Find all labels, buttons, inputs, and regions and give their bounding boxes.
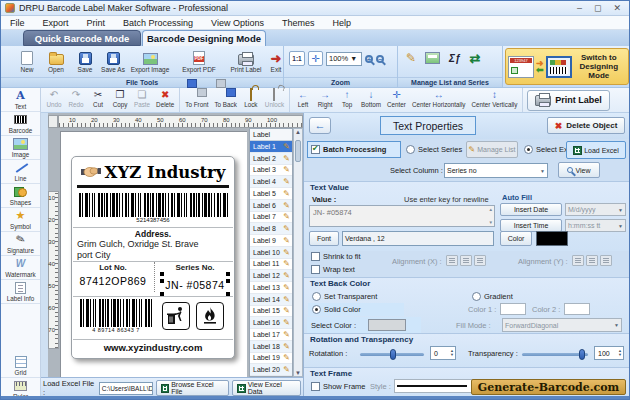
top-button[interactable]: ↑Top [336, 88, 358, 112]
rotation-slider-thumb[interactable] [390, 349, 396, 360]
edit-label-icon[interactable]: ✎ [283, 165, 290, 174]
print-label-button[interactable]: Print Label [527, 90, 610, 111]
edit-label-icon[interactable]: ✎ [283, 177, 290, 186]
zoom-in-icon[interactable]: + [365, 55, 373, 63]
to-back-button[interactable]: To Back [211, 88, 239, 112]
selection-handle[interactable] [226, 272, 230, 276]
scroll-down-icon[interactable]: ▼ [295, 370, 301, 376]
batch-processing-checkbox[interactable]: Batch Processing [307, 141, 401, 158]
edit-list-icon[interactable]: ✎ [406, 52, 416, 64]
menu-help[interactable]: Help [323, 16, 360, 29]
edit-label-icon[interactable]: ✎ [283, 271, 290, 280]
label-list-row[interactable]: Label 2✎ [250, 153, 292, 165]
show-frame-label[interactable]: Show Frame [323, 382, 366, 391]
sidebar-item-signature[interactable]: ✎Signature [1, 232, 40, 256]
menu-print[interactable]: Print [78, 16, 115, 29]
menu-export[interactable]: Export [34, 16, 78, 29]
sidebar-item-shapes[interactable]: Shapes [1, 184, 40, 208]
edit-label-icon[interactable]: ✎ [283, 189, 290, 198]
scroll-thumb[interactable] [295, 140, 301, 162]
back-arrow-button[interactable]: ← [309, 117, 331, 134]
label-list-row[interactable]: Label 15✎ [250, 306, 292, 318]
gradient-radio[interactable] [472, 292, 481, 301]
swap-arrows-icon[interactable]: ⇄ [470, 51, 481, 66]
manage-list-button[interactable]: ✎ Manage List [466, 141, 518, 158]
label-list-row[interactable]: Label 9✎ [250, 235, 292, 247]
font-button[interactable]: Font [309, 231, 339, 246]
edit-label-icon[interactable]: ✎ [283, 342, 290, 351]
date-format-dropdown[interactable]: M/d/yyyy▼ [565, 203, 626, 216]
one-to-one-zoom-button[interactable]: 1:1 [289, 51, 305, 66]
label-list-row[interactable]: Label 12✎ [250, 270, 292, 282]
align-x-left-icon[interactable] [446, 255, 458, 266]
shrink-to-fit-label[interactable]: Shrink to fit [323, 252, 361, 261]
wrap-text-checkbox[interactable] [311, 265, 320, 274]
lock-button[interactable]: Lock [240, 88, 262, 112]
selection-handle[interactable] [226, 279, 230, 283]
series-value-selected[interactable]: JN- #05874 [162, 274, 227, 294]
font-color-button[interactable]: Color [500, 231, 532, 246]
label-list-row[interactable]: Label 16✎ [250, 317, 292, 329]
menu-view-options[interactable]: View Options [202, 16, 273, 29]
edit-label-icon[interactable]: ✎ [283, 154, 290, 163]
align-x-right-icon[interactable] [474, 255, 486, 266]
transparency-spinner[interactable]: 100▲▼ [594, 346, 624, 360]
font-color-swatch[interactable] [536, 231, 568, 246]
sidebar-item-text[interactable]: AText [1, 88, 40, 112]
edit-label-icon[interactable]: ✎ [283, 224, 290, 233]
series-image-icon[interactable] [425, 52, 440, 64]
show-frame-checkbox[interactable] [311, 382, 320, 391]
fit-to-screen-icon[interactable] [308, 51, 323, 66]
transparency-slider[interactable] [522, 353, 588, 356]
label-list-row[interactable]: Label 18✎ [250, 341, 292, 353]
edit-label-icon[interactable]: ✎ [283, 283, 290, 292]
copy-button[interactable]: ❐Copy [109, 88, 131, 112]
insert-date-button[interactable]: Insert Date [500, 203, 562, 216]
align-y-top-icon[interactable] [572, 255, 584, 266]
right-button[interactable]: →Right [314, 88, 336, 112]
label-list-row[interactable]: Label 8✎ [250, 223, 292, 235]
edit-label-icon[interactable]: ✎ [283, 248, 290, 257]
barcode-1[interactable] [79, 193, 229, 217]
sidebar-item-image[interactable]: Image [1, 136, 40, 160]
sidebar-item-barcode[interactable]: Barcode [1, 112, 40, 136]
label-list-scrollbar[interactable]: ▲ ▼ [293, 128, 303, 377]
select-series-label[interactable]: Select Series [418, 145, 462, 154]
align-y-middle-icon[interactable] [586, 255, 598, 266]
align-x-center-icon[interactable] [460, 255, 472, 266]
edit-label-icon[interactable]: ✎ [283, 318, 290, 327]
label-list-row[interactable]: Label 10✎ [250, 247, 292, 259]
generate-barcode-badge[interactable]: Generate-Barcode.com [471, 379, 626, 395]
left-button[interactable]: ←Left [292, 88, 314, 112]
flammable-icon[interactable] [196, 302, 224, 330]
selection-handle[interactable] [160, 272, 164, 276]
label-list-row[interactable]: Label 3✎ [250, 165, 292, 177]
label-design[interactable]: XYZ Industry 5214387456 Address. Grim Gu… [71, 156, 235, 359]
fill-mode-dropdown[interactable]: ForwardDiagonal▼ [502, 318, 622, 332]
label-list-row[interactable]: Label 14✎ [250, 294, 292, 306]
select-column-dropdown[interactable]: Series no▼ [444, 163, 548, 178]
label-list-row[interactable]: Label 17✎ [250, 329, 292, 341]
select-color-swatch[interactable] [368, 319, 406, 331]
delete-object-button[interactable]: ✖ Delete Object [547, 117, 625, 134]
menu-batch-processing[interactable]: Batch Processing [114, 16, 202, 29]
cut-button[interactable]: ✂Cut [87, 88, 109, 112]
design-canvas[interactable]: 102030405060708090100 10203040506070 XYZ… [41, 113, 303, 377]
bottom-button[interactable]: ↓Bottom [358, 88, 384, 112]
zoom-out-icon[interactable]: − [376, 55, 384, 63]
view-excel-button[interactable]: View Excel Data [232, 380, 301, 396]
gradient-label[interactable]: Gradient [484, 292, 513, 301]
select-excel-radio[interactable] [524, 145, 533, 154]
to-front-button[interactable]: To Front [182, 88, 211, 112]
export-pdf-button[interactable]: Export PDF [176, 48, 222, 73]
center-button[interactable]: ✛Center [384, 88, 409, 112]
label-list-row[interactable]: Label 7✎ [250, 212, 292, 224]
scroll-up-icon[interactable]: ▲ [295, 129, 301, 135]
select-series-radio[interactable] [406, 145, 415, 154]
color2-field[interactable] [564, 303, 590, 315]
edit-label-icon[interactable]: ✎ [283, 259, 290, 268]
maximize-button[interactable]: ◻ [594, 3, 601, 13]
wrap-text-label[interactable]: Wrap text [323, 265, 355, 274]
sidebar-item-grid[interactable]: Grid [1, 354, 40, 378]
zoom-level-select[interactable]: 100%▼ [326, 52, 362, 66]
